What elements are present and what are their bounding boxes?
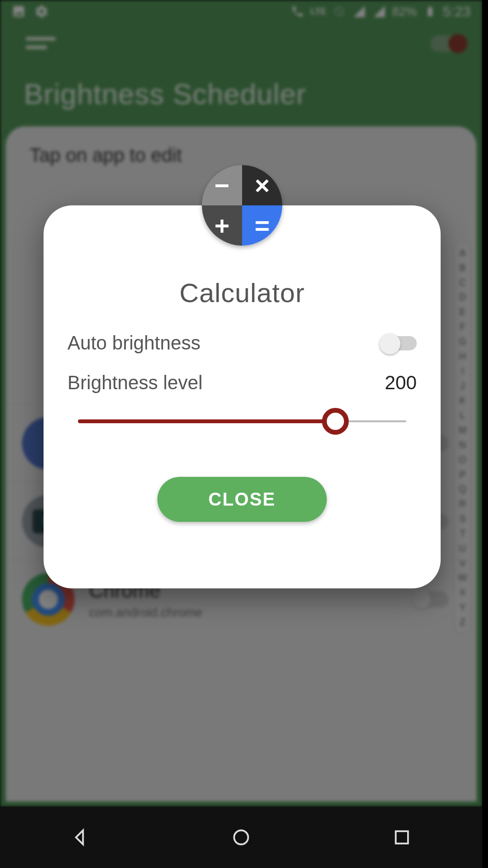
calculator-app-icon: − × + = xyxy=(202,165,282,246)
close-button[interactable]: CLOSE xyxy=(157,477,327,522)
auto-brightness-toggle[interactable] xyxy=(381,336,417,350)
nav-back-button[interactable] xyxy=(66,823,95,852)
svg-rect-3 xyxy=(396,831,408,844)
nav-home-button[interactable] xyxy=(227,823,255,852)
brightness-level-label: Brightness level xyxy=(67,372,202,394)
svg-point-2 xyxy=(234,830,248,844)
dialog-title: Calculator xyxy=(67,277,417,308)
brightness-level-value: 200 xyxy=(385,372,417,394)
brightness-slider[interactable] xyxy=(78,410,406,434)
plus-icon: + xyxy=(202,205,242,246)
equals-icon: = xyxy=(242,205,282,246)
nav-recents-button[interactable] xyxy=(388,823,416,852)
nav-bar xyxy=(0,807,482,868)
brightness-dialog: − × + = Calculator Auto brightness Brigh… xyxy=(44,205,441,588)
auto-brightness-label: Auto brightness xyxy=(67,332,200,354)
